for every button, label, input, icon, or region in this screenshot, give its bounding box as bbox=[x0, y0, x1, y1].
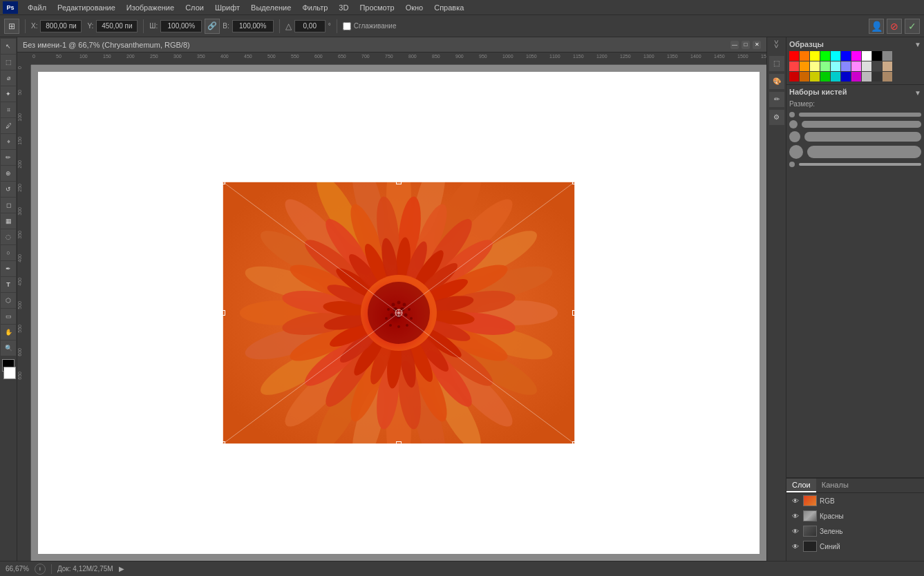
dodge-tool[interactable]: ○ bbox=[1, 245, 16, 260]
link-proportions-btn[interactable]: 🔗 bbox=[205, 19, 220, 34]
menu-layers[interactable]: Слои bbox=[180, 2, 209, 13]
eye-blue[interactable]: 👁 bbox=[791, 541, 800, 551]
channel-green[interactable]: 👁 Зелень bbox=[786, 524, 924, 539]
w-input[interactable] bbox=[160, 20, 202, 32]
channel-rgb[interactable]: 👁 RGB bbox=[786, 493, 924, 508]
swatch-5[interactable] bbox=[841, 51, 851, 61]
swatch-16[interactable] bbox=[851, 61, 861, 71]
channel-blue[interactable]: 👁 Синий bbox=[786, 539, 924, 554]
clone-tool[interactable]: ⊕ bbox=[1, 166, 16, 181]
zoom-tool[interactable]: 🔍 bbox=[1, 340, 16, 356]
right-tool-1[interactable]: ⬚ bbox=[769, 56, 784, 71]
path-tool[interactable]: ⬡ bbox=[1, 293, 16, 308]
handle-top-right[interactable] bbox=[572, 179, 578, 184]
swatch-28[interactable] bbox=[872, 72, 882, 81]
swatch-17[interactable] bbox=[862, 61, 871, 71]
eraser-tool[interactable]: ◻ bbox=[1, 198, 16, 213]
tab-channels[interactable]: Каналы bbox=[816, 479, 854, 492]
swatch-20[interactable] bbox=[789, 72, 799, 81]
eyedropper-tool[interactable]: 🖊 bbox=[1, 118, 16, 133]
swatch-23[interactable] bbox=[820, 72, 830, 81]
swatch-0[interactable] bbox=[789, 51, 799, 61]
canvas-content[interactable] bbox=[31, 65, 766, 561]
menu-image[interactable]: Изображение bbox=[121, 2, 180, 13]
transform-mode-btn[interactable]: ⊞ bbox=[4, 19, 19, 34]
x-input[interactable] bbox=[40, 20, 82, 32]
swatch-24[interactable] bbox=[831, 72, 840, 81]
swatch-2[interactable] bbox=[810, 51, 820, 61]
swatch-12[interactable] bbox=[810, 61, 820, 71]
swatch-1[interactable] bbox=[800, 51, 809, 61]
swatch-13[interactable] bbox=[820, 61, 830, 71]
eye-rgb[interactable]: 👁 bbox=[791, 496, 800, 506]
status-arrow-btn[interactable]: ▶ bbox=[119, 565, 124, 573]
menu-view[interactable]: Просмотр bbox=[354, 2, 399, 13]
user-icon-btn[interactable]: 👤 bbox=[869, 19, 884, 34]
swatch-7[interactable] bbox=[862, 51, 871, 61]
swatch-6[interactable] bbox=[851, 51, 861, 61]
shape-tool[interactable]: ▭ bbox=[1, 309, 16, 324]
minimize-btn[interactable]: — bbox=[730, 41, 739, 49]
move-tool[interactable]: ↖ bbox=[1, 39, 16, 54]
swatch-15[interactable] bbox=[841, 61, 851, 71]
handle-bottom-right[interactable] bbox=[572, 441, 578, 447]
blur-tool[interactable]: ◌ bbox=[1, 229, 16, 244]
swatch-25[interactable] bbox=[841, 72, 851, 81]
menu-font[interactable]: Шрифт bbox=[209, 2, 245, 13]
swatch-10[interactable] bbox=[789, 61, 799, 71]
close-btn[interactable]: ✕ bbox=[753, 41, 761, 49]
swatch-27[interactable] bbox=[862, 72, 871, 81]
swatches-expand[interactable]: ▼ bbox=[914, 41, 921, 48]
menu-window[interactable]: Окно bbox=[400, 2, 429, 13]
select-tool[interactable]: ⬚ bbox=[1, 55, 16, 70]
menu-help[interactable]: Справка bbox=[428, 2, 469, 13]
menu-file[interactable]: Файл bbox=[22, 2, 52, 13]
lasso-tool[interactable]: ⌀ bbox=[1, 70, 16, 86]
gradient-tool[interactable]: ▦ bbox=[1, 213, 16, 229]
right-tool-2[interactable]: 🎨 bbox=[769, 74, 784, 89]
menu-edit[interactable]: Редактирование bbox=[52, 2, 121, 13]
text-tool[interactable]: T bbox=[1, 277, 16, 292]
apply-transform-btn[interactable]: ✓ bbox=[905, 19, 920, 34]
eye-green[interactable]: 👁 bbox=[791, 526, 800, 536]
handle-bottom-left[interactable] bbox=[220, 441, 225, 447]
swatch-4[interactable] bbox=[831, 51, 840, 61]
status-info-btn[interactable]: i bbox=[35, 564, 46, 575]
handle-top-mid[interactable] bbox=[396, 179, 402, 184]
swatch-9[interactable] bbox=[883, 51, 892, 61]
handle-top-left[interactable] bbox=[220, 179, 225, 184]
background-color[interactable] bbox=[3, 367, 16, 379]
smooth-checkbox[interactable] bbox=[343, 22, 351, 30]
handle-mid-right[interactable] bbox=[572, 310, 578, 316]
swatch-3[interactable] bbox=[820, 51, 830, 61]
swatch-19[interactable] bbox=[883, 61, 892, 71]
right-tool-4[interactable]: ⚙ bbox=[769, 110, 784, 125]
expand-right-icon[interactable]: << bbox=[773, 40, 780, 48]
handle-bottom-mid[interactable] bbox=[396, 441, 402, 447]
swatch-22[interactable] bbox=[810, 72, 820, 81]
crop-tool[interactable]: ⌗ bbox=[1, 102, 16, 117]
pen-tool[interactable]: ✒ bbox=[1, 261, 16, 276]
swatch-26[interactable] bbox=[851, 72, 861, 81]
swatch-18[interactable] bbox=[872, 61, 882, 71]
swatch-29[interactable] bbox=[883, 72, 892, 81]
heal-tool[interactable]: ⌖ bbox=[1, 134, 16, 149]
right-tool-3[interactable]: ✏ bbox=[769, 92, 784, 107]
magic-wand-tool[interactable]: ✦ bbox=[1, 86, 16, 102]
swatch-21[interactable] bbox=[800, 72, 809, 81]
handle-mid-left[interactable] bbox=[220, 310, 225, 316]
menu-filter[interactable]: Фильтр bbox=[296, 2, 333, 13]
cancel-transform-btn[interactable]: ⊘ bbox=[887, 19, 902, 34]
h-input[interactable] bbox=[232, 20, 274, 32]
angle-input[interactable] bbox=[294, 20, 326, 32]
swatch-8[interactable] bbox=[872, 51, 882, 61]
channel-red[interactable]: 👁 Красны bbox=[786, 508, 924, 524]
brush-tool[interactable]: ✏ bbox=[1, 150, 16, 165]
menu-3d[interactable]: 3D bbox=[333, 2, 354, 13]
eye-red[interactable]: 👁 bbox=[791, 511, 800, 521]
menu-select[interactable]: Выделение bbox=[245, 2, 296, 13]
y-input[interactable] bbox=[96, 20, 138, 32]
image-container[interactable] bbox=[223, 182, 575, 444]
tab-layers[interactable]: Слои bbox=[786, 479, 816, 492]
swatch-14[interactable] bbox=[831, 61, 840, 71]
